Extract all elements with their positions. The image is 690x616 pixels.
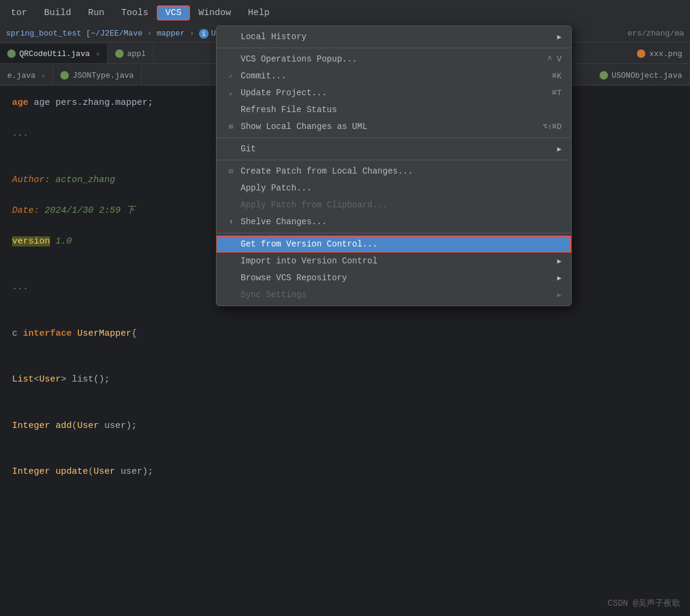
create-patch-icon: ⊡: [226, 166, 236, 176]
menu-item-run[interactable]: Run: [80, 5, 113, 20]
import-icon: [226, 256, 236, 266]
menu-divider-1: [217, 48, 571, 48]
code-list-line: List<User> list();: [12, 372, 678, 388]
apply-patch-clipboard-label: Apply Patch from Clipboard...: [241, 200, 562, 210]
sync-arrow: ▶: [557, 291, 562, 300]
apply-patch-icon: [226, 183, 236, 193]
shelve-icon: ⬇: [226, 217, 236, 227]
menu-item-tools[interactable]: Tools: [113, 5, 157, 20]
vcs-dropdown-menu: Local History ▶ VCS Operations Popup... …: [216, 25, 572, 306]
menu-item-build[interactable]: Build: [36, 5, 80, 20]
vcs-menu-refresh-status[interactable]: Refresh File Status: [217, 101, 571, 118]
get-from-vcs-icon: [226, 239, 236, 249]
code-interface-line: c interface UserMapper{: [12, 326, 678, 342]
tab-icon-appl: [115, 49, 124, 58]
tab-label-e-java: e.java: [7, 71, 36, 80]
git-label: Git: [241, 144, 552, 154]
browse-arrow: ▶: [557, 274, 562, 283]
tab-qrcodeutil[interactable]: QRCodeUtil.java ✕: [0, 44, 108, 63]
tab-close-qrcodeutil[interactable]: ✕: [96, 50, 100, 58]
local-history-label: Local History: [241, 32, 552, 42]
update-project-label: Update Project...: [241, 88, 547, 98]
menu-item-help[interactable]: Help: [239, 5, 278, 20]
browse-vcs-label: Browse VCS Repository: [241, 273, 552, 283]
tab-label-xxx: xxx.png: [649, 49, 682, 58]
apply-patch-clipboard-icon: [226, 200, 236, 210]
operations-icon: [226, 54, 236, 64]
vcs-menu-sync-settings: Sync Settings ▶: [217, 286, 571, 303]
vcs-menu-shelve-changes[interactable]: ⬇ Shelve Changes...: [217, 213, 571, 230]
refresh-icon: [226, 105, 236, 115]
tab-icon-xxx: [637, 49, 645, 58]
tab-xxx-png[interactable]: xxx.png: [630, 44, 690, 63]
badge: 1: [199, 29, 209, 39]
update-project-shortcut: ⌘T: [552, 88, 562, 98]
operations-label: VCS Operations Popup...: [241, 54, 543, 64]
menubar: tor Build Run Tools VCS Window Help: [0, 0, 690, 25]
sync-settings-label: Sync Settings: [241, 290, 552, 300]
breadcrumb-mapper: mapper: [157, 29, 185, 38]
show-uml-label: Show Local Changes as UML: [241, 122, 538, 131]
create-patch-label: Create Patch from Local Changes...: [241, 166, 562, 176]
vcs-menu-apply-patch[interactable]: Apply Patch...: [217, 180, 571, 196]
vcs-menu-commit[interactable]: ✓ Commit... ⌘K: [217, 68, 571, 84]
operations-shortcut: ^ V: [548, 55, 562, 64]
tab-icon-jsonobject: [600, 71, 608, 80]
vcs-menu-apply-patch-clipboard: Apply Patch from Clipboard...: [217, 196, 571, 213]
tab-jsonobject[interactable]: USONObject.java: [592, 66, 690, 85]
local-history-arrow: ▶: [557, 33, 562, 42]
tab-close-e-java[interactable]: ✕: [42, 72, 46, 80]
import-into-vcs-label: Import into Version Control: [241, 256, 552, 266]
vcs-menu-local-history[interactable]: Local History ▶: [217, 28, 571, 45]
apply-patch-label: Apply Patch...: [241, 183, 562, 193]
shelve-changes-label: Shelve Changes...: [241, 217, 562, 227]
menu-divider-4: [217, 233, 571, 233]
menu-divider-3: [217, 160, 571, 160]
vcs-menu-import-into-vcs[interactable]: Import into Version Control ▶: [217, 253, 571, 269]
commit-icon: ✓: [226, 71, 236, 81]
tab-jsontype[interactable]: JSONType.java: [53, 66, 141, 85]
tab-label-jsontype: JSONType.java: [72, 71, 133, 80]
project-name: spring_boot_test [~/J2EE/Mave: [6, 29, 142, 38]
update-icon: ↙: [226, 88, 236, 98]
menu-item-vcs[interactable]: VCS: [157, 5, 190, 20]
menu-item-tor[interactable]: tor: [2, 5, 36, 20]
sync-icon: [226, 290, 236, 300]
vcs-menu-show-uml[interactable]: ⊞ Show Local Changes as UML ⌥⇧⌘D: [217, 118, 571, 135]
tab-appl[interactable]: appl: [108, 44, 154, 63]
browse-icon: [226, 273, 236, 283]
uml-icon: ⊞: [226, 122, 236, 131]
vcs-menu-update-project[interactable]: ↙ Update Project... ⌘T: [217, 84, 571, 101]
watermark: CSDN @吴声子夜歌: [608, 598, 680, 609]
tab-label-qrcodeutil: QRCodeUtil.java: [19, 49, 90, 58]
code-update-line: Integer update(User user);: [12, 464, 678, 480]
menu-item-window[interactable]: Window: [190, 5, 239, 20]
import-arrow: ▶: [557, 257, 562, 266]
tab-label-appl: appl: [127, 49, 146, 58]
commit-label: Commit...: [241, 71, 547, 81]
vcs-menu-browse-vcs[interactable]: Browse VCS Repository ▶: [217, 269, 571, 286]
git-arrow: ▶: [557, 145, 562, 154]
tab-icon-qrcodeutil: [7, 49, 16, 58]
show-uml-shortcut: ⌥⇧⌘D: [543, 122, 562, 131]
menu-divider-2: [217, 137, 571, 138]
vcs-menu-operations-popup[interactable]: VCS Operations Popup... ^ V: [217, 51, 571, 68]
tab-icon-jsontype: [60, 71, 69, 80]
vcs-menu-get-from-vcs[interactable]: Get from Version Control...: [217, 236, 571, 253]
vcs-menu-git[interactable]: Git ▶: [217, 140, 571, 157]
commit-shortcut: ⌘K: [552, 71, 562, 81]
get-from-vcs-label: Get from Version Control...: [241, 239, 562, 249]
vcs-menu-create-patch[interactable]: ⊡ Create Patch from Local Changes...: [217, 163, 571, 180]
code-add-line: Integer add(User user);: [12, 418, 678, 434]
tab-e-java[interactable]: e.java ✕: [0, 66, 53, 85]
tab-label-jsonobject: USONObject.java: [612, 71, 682, 80]
right-path: ers/zhang/ma: [627, 29, 684, 38]
refresh-status-label: Refresh File Status: [241, 105, 562, 115]
local-history-icon: [226, 32, 236, 42]
git-icon: [226, 144, 236, 154]
